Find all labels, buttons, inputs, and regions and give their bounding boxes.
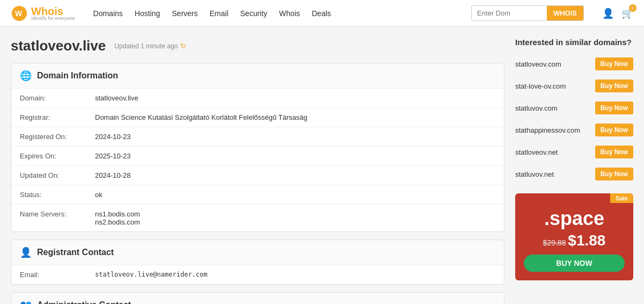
label-registered: Registered On: xyxy=(20,133,95,141)
similar-domain-name-2: statluvov.com xyxy=(515,104,558,112)
admin-icon: 👥 xyxy=(20,299,32,304)
refresh-icon[interactable]: ↻ xyxy=(180,42,186,50)
value-domain: statloveov.live xyxy=(95,94,138,102)
buy-now-btn-5[interactable]: Buy Now xyxy=(595,168,633,180)
nav-link-servers[interactable]: Servers xyxy=(172,9,197,18)
similar-domain-row-4: statloveov.net Buy Now xyxy=(515,141,633,163)
domain-info-title: Domain Information xyxy=(37,71,118,81)
svg-text:W: W xyxy=(15,9,23,18)
domain-info-section: 🌐 Domain Information Domain: statloveov.… xyxy=(11,63,504,232)
similar-domain-name-0: statloveov.com xyxy=(515,60,561,68)
registrant-header: 👤 Registrant Contact xyxy=(11,240,504,265)
similar-domain-row-2: statluvov.com Buy Now xyxy=(515,97,633,119)
page-title-row: statloveov.live Updated 1 minute ago ↻ xyxy=(11,38,504,54)
nav-link-whois[interactable]: Whois xyxy=(279,9,300,18)
account-button[interactable]: 👤 xyxy=(602,8,614,19)
admin-section: 👥 Administrative Contact Email: statlove… xyxy=(11,292,504,304)
left-panel: statloveov.live Updated 1 minute ago ↻ 🌐… xyxy=(11,38,504,304)
main-content: statloveov.live Updated 1 minute ago ↻ 🌐… xyxy=(0,27,644,304)
buy-now-btn-0[interactable]: Buy Now xyxy=(595,57,633,70)
similar-domain-name-1: stat-love-ov.com xyxy=(515,82,566,90)
updated-label: Updated 1 minute ago xyxy=(114,42,178,50)
nav-link-hosting[interactable]: Hosting xyxy=(135,9,160,18)
nav-link-deals[interactable]: Deals xyxy=(312,9,331,18)
promo-pricing: $29.88 $1.88 xyxy=(524,232,625,249)
info-row-nameservers: Name Servers: ns1.bodis.comns2.bodis.com xyxy=(11,205,504,231)
registrant-title: Registrant Contact xyxy=(37,248,114,257)
similar-domain-name-4: statloveov.net xyxy=(515,148,558,156)
info-row-domain: Domain: statloveov.live xyxy=(11,89,504,108)
similar-domain-row-0: statloveov.com Buy Now xyxy=(515,53,633,75)
similar-title: Interested in similar domains? xyxy=(515,38,633,47)
logo[interactable]: W Whois Identify for everyone xyxy=(11,5,75,22)
similar-domain-row-3: stathappinessov.com Buy Now xyxy=(515,119,633,141)
value-expires: 2025-10-23 xyxy=(95,152,131,160)
sale-badge: Sale xyxy=(610,193,633,203)
domain-icon: 🌐 xyxy=(20,70,32,82)
info-row-reg-email: Email: statloveov.live@namerider.com xyxy=(11,265,504,284)
label-nameservers: Name Servers: xyxy=(20,210,95,218)
search-input[interactable] xyxy=(472,6,547,20)
buy-now-btn-4[interactable]: Buy Now xyxy=(595,146,633,158)
logo-sub: Identify for everyone xyxy=(31,16,75,21)
value-status: ok xyxy=(95,191,103,199)
registrant-icon: 👤 xyxy=(20,247,32,258)
info-row-registrar: Registrar: Domain Science Kutatási Szolg… xyxy=(11,108,504,127)
promo-old-price: $29.88 xyxy=(543,238,566,247)
domain-info-header: 🌐 Domain Information xyxy=(11,63,504,89)
admin-title: Administrative Contact xyxy=(37,300,131,304)
promo-card: Sale .space $29.88 $1.88 BUY NOW xyxy=(515,193,633,280)
similar-domain-row-1: stat-love-ov.com Buy Now xyxy=(515,75,633,97)
updated-text: Updated 1 minute ago ↻ xyxy=(114,42,186,50)
nav-links: Domains Hosting Servers Email Security W… xyxy=(93,9,458,18)
value-nameservers: ns1.bodis.comns2.bodis.com xyxy=(95,210,140,226)
page-title: statloveov.live xyxy=(11,38,106,54)
logo-icon: W xyxy=(11,5,28,22)
nav-link-email[interactable]: Email xyxy=(210,9,229,18)
label-status: Status: xyxy=(20,191,95,199)
similar-domains-list: statloveov.com Buy Now stat-love-ov.com … xyxy=(515,53,633,185)
label-updated: Updated On: xyxy=(20,171,95,179)
admin-header: 👥 Administrative Contact xyxy=(11,293,504,304)
value-registrar: Domain Science Kutatási Szolgáltató Korl… xyxy=(95,113,308,121)
right-panel: Interested in similar domains? statloveo… xyxy=(515,38,633,304)
promo-tld: .space xyxy=(524,207,625,230)
value-reg-email: statloveov.live@namerider.com xyxy=(95,271,208,278)
navbar: W Whois Identify for everyone Domains Ho… xyxy=(0,0,644,27)
account-icon: 👤 xyxy=(602,8,614,19)
buy-now-btn-2[interactable]: Buy Now xyxy=(595,102,633,114)
info-row-status: Status: ok xyxy=(11,185,504,205)
label-reg-email: Email: xyxy=(20,271,95,279)
value-registered: 2024-10-23 xyxy=(95,133,131,141)
promo-buy-button[interactable]: BUY NOW xyxy=(524,255,625,272)
similar-domain-name-5: statluvov.net xyxy=(515,170,554,178)
nav-search: WHOIS xyxy=(471,5,584,21)
buy-now-btn-3[interactable]: Buy Now xyxy=(595,124,633,136)
nav-link-security[interactable]: Security xyxy=(240,9,268,18)
promo-new-price: 1.88 xyxy=(576,232,606,249)
cart-button[interactable]: 🛒 0 xyxy=(621,8,633,19)
info-row-expires: Expires On: 2025-10-23 xyxy=(11,147,504,166)
promo-new-price-display: $1.88 xyxy=(568,232,605,249)
registrant-table: Email: statloveov.live@namerider.com xyxy=(11,265,504,284)
label-expires: Expires On: xyxy=(20,152,95,160)
label-domain: Domain: xyxy=(20,94,95,102)
cart-badge: 0 xyxy=(629,4,636,12)
registrant-section: 👤 Registrant Contact Email: statloveov.l… xyxy=(11,240,504,285)
similar-domain-row-5: statluvov.net Buy Now xyxy=(515,163,633,185)
search-button[interactable]: WHOIS xyxy=(547,6,583,20)
value-updated: 2024-10-28 xyxy=(95,171,131,179)
label-registrar: Registrar: xyxy=(20,113,95,121)
buy-now-btn-1[interactable]: Buy Now xyxy=(595,79,633,92)
info-row-updated: Updated On: 2024-10-28 xyxy=(11,166,504,185)
promo-currency: $ xyxy=(568,232,576,249)
info-row-registered: Registered On: 2024-10-23 xyxy=(11,127,504,147)
nav-icons: 👤 🛒 0 xyxy=(602,8,633,19)
nav-link-domains[interactable]: Domains xyxy=(93,9,123,18)
similar-domain-name-3: stathappinessov.com xyxy=(515,126,580,134)
domain-info-table: Domain: statloveov.live Registrar: Domai… xyxy=(11,89,504,231)
